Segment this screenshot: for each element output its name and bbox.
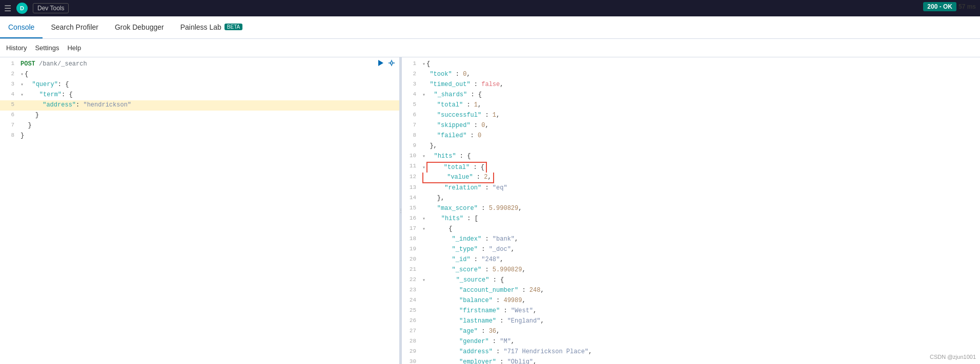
collapse-arrow[interactable]: ▾ bbox=[422, 61, 425, 67]
line-number: 20 bbox=[402, 255, 420, 264]
response-pane: 200 - OK 57 ms 1▾{2 "took" : 0,3 "timed_… bbox=[402, 57, 980, 364]
table-row: 17▾ { bbox=[402, 224, 980, 234]
line-number: 5 bbox=[0, 100, 18, 110]
svg-point-1 bbox=[391, 62, 393, 65]
line-number: 8 bbox=[0, 131, 18, 140]
collapse-arrow[interactable]: ▾ bbox=[21, 92, 24, 98]
table-row: 14 }, bbox=[402, 194, 980, 204]
line-content: "_id" : "248", bbox=[420, 255, 980, 265]
line-content: ▾ { bbox=[420, 224, 980, 234]
line-number: 3 bbox=[402, 80, 420, 89]
tab-painless-lab[interactable]: Painless Lab BETA bbox=[172, 16, 251, 38]
line-number: 9 bbox=[402, 141, 420, 151]
line-number: 1 bbox=[402, 59, 420, 69]
top-bar: ☰ D Dev Tools bbox=[0, 0, 980, 16]
hamburger-icon[interactable]: ☰ bbox=[4, 4, 11, 13]
line-number: 22 bbox=[402, 275, 420, 285]
table-row: 5 "total" : 1, bbox=[402, 100, 980, 111]
line-number: 15 bbox=[402, 204, 420, 213]
line-content: "value" : 2, bbox=[420, 173, 980, 183]
table-row: 1POST /bank/_search bbox=[0, 59, 399, 70]
table-row: 25 "firstname" : "West", bbox=[402, 306, 980, 316]
table-row: 8 "failed" : 0 bbox=[402, 131, 980, 141]
line-content: ▾{ bbox=[420, 59, 980, 69]
dev-tools-button[interactable]: Dev Tools bbox=[33, 3, 69, 13]
line-content: "address": "hendrickson" bbox=[18, 100, 399, 110]
line-content: "skipped" : 0, bbox=[420, 121, 980, 131]
line-number: 24 bbox=[402, 296, 420, 305]
tab-console[interactable]: Console bbox=[0, 16, 43, 38]
collapse-arrow[interactable]: ▾ bbox=[422, 216, 425, 222]
collapse-arrow[interactable]: ▾ bbox=[21, 82, 24, 88]
svg-marker-0 bbox=[378, 60, 383, 66]
line-number: 14 bbox=[402, 194, 420, 203]
settings-button[interactable]: Settings bbox=[35, 42, 59, 54]
table-row: 4▾ "_shards" : { bbox=[402, 90, 980, 100]
table-row: 29 "address" : "717 Hendrickson Place", bbox=[402, 347, 980, 357]
run-button[interactable] bbox=[377, 59, 384, 68]
right-code-area[interactable]: 1▾{2 "took" : 0,3 "timed_out" : false,4▾… bbox=[402, 57, 980, 364]
table-row: 15 "max_score" : 5.990829, bbox=[402, 204, 980, 214]
left-code-area[interactable]: 1POST /bank/_search2▾{3▾ "query": {4▾ "t… bbox=[0, 57, 399, 364]
line-content: ▾ "_shards" : { bbox=[420, 90, 980, 100]
line-content: "successful" : 1, bbox=[420, 111, 980, 120]
collapse-arrow[interactable]: ▾ bbox=[422, 277, 425, 283]
line-content: ▾ "_source" : { bbox=[420, 275, 980, 285]
line-content: "_type" : "_doc", bbox=[420, 245, 980, 254]
line-number: 4 bbox=[402, 90, 420, 99]
app-badge: D bbox=[16, 3, 28, 14]
line-content: "account_number" : 248, bbox=[420, 286, 980, 295]
line-content: } bbox=[18, 111, 399, 120]
history-button[interactable]: History bbox=[6, 42, 27, 54]
line-content: "_index" : "bank", bbox=[420, 234, 980, 244]
watermark: CSDN @zjun1001 bbox=[930, 354, 976, 360]
tab-search-profiler[interactable]: Search Profiler bbox=[43, 16, 107, 38]
line-content: POST /bank/_search bbox=[18, 59, 399, 69]
table-row: 5 "address": "hendrickson" bbox=[0, 100, 399, 111]
table-row: 16▾ "hits" : [ bbox=[402, 214, 980, 224]
tab-grok-debugger[interactable]: Grok Debugger bbox=[107, 16, 172, 38]
collapse-arrow[interactable]: ▾ bbox=[422, 154, 425, 159]
line-content: "employer" : "Obliq", bbox=[420, 357, 980, 364]
line-content: ▾ "query": { bbox=[18, 80, 399, 90]
line-content: "_score" : 5.990829, bbox=[420, 265, 980, 275]
collapse-arrow[interactable]: ▾ bbox=[21, 72, 24, 77]
table-row: 30 "employer" : "Obliq", bbox=[402, 357, 980, 364]
table-row: 11▾ "total" : { bbox=[402, 162, 980, 173]
collapse-arrow[interactable]: ▾ bbox=[422, 165, 425, 170]
editor-icons bbox=[377, 59, 395, 68]
toolbar: History Settings Help bbox=[0, 39, 980, 57]
table-row: 21 "_score" : 5.990829, bbox=[402, 265, 980, 275]
line-number: 19 bbox=[402, 245, 420, 254]
line-content: "failed" : 0 bbox=[420, 131, 980, 141]
line-number: 28 bbox=[402, 337, 420, 346]
collapse-arrow[interactable]: ▾ bbox=[422, 226, 425, 232]
editor-pane: 1POST /bank/_search2▾{3▾ "query": {4▾ "t… bbox=[0, 57, 400, 364]
line-number: 11 bbox=[402, 162, 420, 171]
wrench-button[interactable] bbox=[388, 59, 395, 68]
nav-tabs: Console Search Profiler Grok Debugger Pa… bbox=[0, 16, 980, 39]
table-row: 18 "_index" : "bank", bbox=[402, 234, 980, 245]
line-number: 2 bbox=[402, 70, 420, 79]
line-content: ▾ "total" : { bbox=[420, 162, 980, 173]
table-row: 7 } bbox=[0, 121, 399, 131]
line-number: 16 bbox=[402, 214, 420, 223]
table-row: 6 "successful" : 1, bbox=[402, 111, 980, 121]
line-content: "timed_out" : false, bbox=[420, 80, 980, 90]
line-number: 7 bbox=[0, 121, 18, 130]
table-row: 27 "age" : 36, bbox=[402, 327, 980, 337]
line-content: "gender" : "M", bbox=[420, 337, 980, 347]
line-content: "address" : "717 Hendrickson Place", bbox=[420, 347, 980, 357]
table-row: 2▾{ bbox=[0, 70, 399, 80]
table-row: 8} bbox=[0, 131, 399, 141]
table-row: 22▾ "_source" : { bbox=[402, 275, 980, 286]
help-button[interactable]: Help bbox=[67, 42, 81, 54]
table-row: 26 "lastname" : "England", bbox=[402, 316, 980, 327]
line-content: "age" : 36, bbox=[420, 327, 980, 336]
line-number: 29 bbox=[402, 347, 420, 356]
table-row: 2 "took" : 0, bbox=[402, 70, 980, 80]
line-number: 23 bbox=[402, 286, 420, 295]
line-number: 10 bbox=[402, 152, 420, 161]
collapse-arrow[interactable]: ▾ bbox=[422, 92, 425, 98]
line-content: "relation" : "eq" bbox=[420, 183, 980, 193]
